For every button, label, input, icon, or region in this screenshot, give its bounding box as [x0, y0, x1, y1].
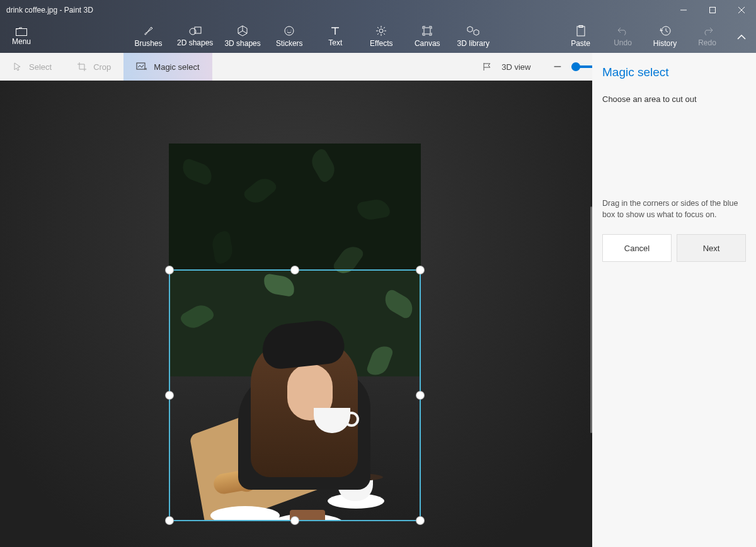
- zoom-out-button[interactable]: −: [553, 59, 561, 75]
- folder-icon: [16, 27, 27, 36]
- stickers-tab[interactable]: Stickers: [272, 20, 307, 53]
- shapes2d-tab[interactable]: 2D shapes: [177, 20, 213, 53]
- title-bar: drink coffee.jpg - Paint 3D: [0, 0, 756, 20]
- history-label: History: [653, 39, 677, 48]
- paste-icon: [576, 25, 586, 37]
- close-button[interactable]: [727, 0, 756, 20]
- svg-point-5: [379, 29, 383, 33]
- svg-rect-0: [710, 8, 716, 13]
- canvas-label: Canvas: [415, 39, 440, 48]
- minimize-button[interactable]: [669, 0, 698, 20]
- svg-rect-6: [424, 28, 430, 34]
- panel-subtitle: Choose an area to cut out: [602, 94, 746, 104]
- resize-handle-middle-left[interactable]: [165, 391, 174, 400]
- canvas-icon: [421, 25, 433, 37]
- effects-label: Effects: [370, 39, 392, 48]
- panel-actions: Cancel Next: [602, 234, 746, 262]
- menu-label: Menu: [12, 37, 31, 46]
- redo-button[interactable]: Redo: [690, 20, 724, 53]
- paste-button[interactable]: Paste: [563, 20, 598, 53]
- select-tool[interactable]: Select: [0, 53, 64, 81]
- flag-icon: [483, 62, 494, 71]
- library3d-label: 3D library: [457, 39, 490, 48]
- resize-handle-top-left[interactable]: [165, 266, 174, 274]
- resize-handle-bottom-right[interactable]: [416, 516, 425, 525]
- svg-rect-7: [577, 26, 585, 36]
- ribbon-tools: Brushes 2D shapes 3D shapes Stickers Tex…: [131, 20, 563, 53]
- crop-tool[interactable]: Crop: [64, 53, 123, 81]
- library3d-tab[interactable]: 3D library: [456, 20, 491, 53]
- menu-button[interactable]: Menu: [0, 20, 43, 53]
- canvas-tab[interactable]: Canvas: [410, 20, 445, 53]
- unselected-dim-overlay: [169, 144, 421, 269]
- text-label: Text: [328, 38, 342, 47]
- panel-help-text: Drag in the corners or sides of the blue…: [602, 198, 746, 220]
- zoom-slider-thumb[interactable]: [571, 62, 580, 71]
- window-title: drink coffee.jpg - Paint 3D: [0, 6, 93, 14]
- side-panel: Magic select Choose an area to cut out D…: [592, 53, 756, 547]
- 3d-view-label: 3D view: [501, 62, 530, 72]
- ribbon: Menu Brushes 2D shapes 3D shapes Sticker…: [0, 20, 756, 53]
- crop-label: Crop: [93, 62, 111, 72]
- history-icon: [660, 25, 671, 37]
- svg-point-4: [285, 26, 294, 35]
- shapes2d-label: 2D shapes: [177, 38, 213, 47]
- 3d-view-button[interactable]: 3D view: [471, 62, 542, 72]
- shapes2d-icon: [189, 26, 202, 36]
- resize-handle-middle-right[interactable]: [416, 391, 425, 400]
- svg-rect-1: [16, 29, 27, 36]
- window-controls: [669, 0, 756, 20]
- ribbon-actions: Paste Undo History Redo: [563, 20, 756, 53]
- redo-icon: [702, 26, 713, 36]
- chevron-up-icon: [737, 35, 746, 40]
- effects-tab[interactable]: Effects: [364, 20, 399, 53]
- magic-select-icon: [136, 62, 147, 71]
- history-button[interactable]: History: [648, 20, 682, 53]
- shapes3d-tab[interactable]: 3D shapes: [224, 20, 260, 53]
- magic-select-label: Magic select: [154, 62, 199, 72]
- resize-handle-bottom-left[interactable]: [165, 516, 174, 525]
- library3d-icon: [467, 25, 479, 37]
- resize-handle-top-right[interactable]: [416, 266, 425, 274]
- next-button[interactable]: Next: [677, 234, 746, 262]
- cursor-icon: [13, 62, 23, 72]
- text-icon: [330, 26, 340, 36]
- brushes-tab[interactable]: Brushes: [131, 20, 166, 53]
- workspace[interactable]: [0, 81, 592, 547]
- text-tab[interactable]: Text: [318, 20, 353, 53]
- shapes3d-label: 3D shapes: [224, 39, 260, 48]
- undo-icon: [617, 26, 629, 36]
- brushes-label: Brushes: [134, 39, 162, 48]
- collapse-ribbon-button[interactable]: [737, 31, 746, 42]
- sticker-icon: [284, 25, 295, 37]
- redo-label: Redo: [698, 38, 716, 47]
- select-label: Select: [29, 62, 52, 72]
- panel-title: Magic select: [602, 65, 746, 79]
- cube-icon: [237, 25, 248, 37]
- undo-label: Undo: [614, 38, 632, 47]
- effects-icon: [375, 25, 387, 37]
- magic-select-box[interactable]: [169, 269, 421, 521]
- paste-label: Paste: [571, 39, 590, 48]
- crop-icon: [77, 62, 87, 72]
- resize-handle-bottom-center[interactable]: [290, 516, 299, 525]
- brush-icon: [143, 25, 154, 37]
- cancel-button[interactable]: Cancel: [602, 234, 672, 262]
- resize-handle-top-center[interactable]: [290, 266, 299, 274]
- magic-select-tool[interactable]: Magic select: [123, 53, 212, 81]
- undo-button[interactable]: Undo: [605, 20, 640, 53]
- maximize-button[interactable]: [698, 0, 727, 20]
- stickers-label: Stickers: [276, 39, 303, 48]
